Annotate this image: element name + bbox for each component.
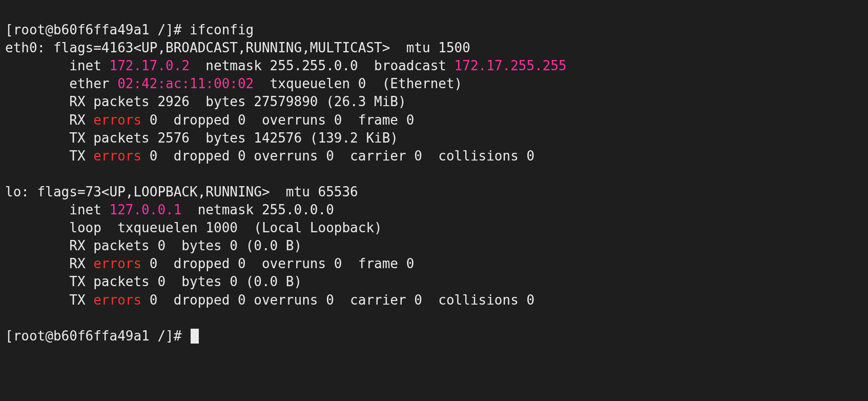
eth0-ether-rest: txqueuelen 0 (Ethernet) [254, 76, 462, 91]
prompt-line: [root@b60f6ffa49a1 /]# ifconfig [5, 22, 254, 37]
lo-tx-err-rest: 0 dropped 0 overruns 0 carrier 0 collisi… [141, 292, 534, 308]
lo-tx-err-prefix: TX [5, 292, 93, 308]
eth0-flags-line: eth0: flags=4163<UP,BROADCAST,RUNNING,MU… [5, 40, 470, 55]
eth0-tx-errors-line: TX errors 0 dropped 0 overruns 0 carrier… [5, 148, 534, 164]
lo-loop-line: loop txqueuelen 1000 (Local Loopback) [5, 220, 382, 235]
lo-tx-packets: TX packets 0 bytes 0 (0.0 B) [5, 274, 302, 289]
lo-rx-packets: RX packets 0 bytes 0 (0.0 B) [5, 238, 302, 253]
eth0-inet-line: inet 172.17.0.2 netmask 255.255.0.0 broa… [5, 58, 567, 73]
eth0-tx-packets: TX packets 2576 bytes 142576 (139.2 KiB) [5, 130, 398, 146]
lo-inet-line: inet 127.0.0.1 netmask 255.0.0.0 [5, 202, 334, 217]
lo-rx-err-word: errors [93, 256, 141, 271]
command: ifconfig [190, 22, 254, 37]
prompt-2: [root@b60f6ffa49a1 /]# [5, 328, 190, 344]
lo-flags-line: lo: flags=73<UP,LOOPBACK,RUNNING> mtu 65… [5, 184, 358, 199]
eth0-tx-err-word: errors [93, 148, 141, 164]
eth0-rx-packets: RX packets 2926 bytes 27579890 (26.3 MiB… [5, 94, 406, 109]
eth0-rx-errors-line: RX errors 0 dropped 0 overruns 0 frame 0 [5, 112, 414, 128]
eth0-tx-err-rest: 0 dropped 0 overruns 0 carrier 0 collisi… [141, 148, 534, 164]
eth0-inet-rest: netmask 255.255.0.0 broadcast [190, 58, 454, 73]
eth0-inet-addr: 172.17.0.2 [110, 58, 190, 73]
eth0-broadcast: 172.17.255.255 [454, 58, 567, 73]
prompt: [root@b60f6ffa49a1 /]# [5, 22, 190, 37]
lo-inet-addr: 127.0.0.1 [110, 202, 182, 217]
prompt-line-2[interactable]: [root@b60f6ffa49a1 /]# [5, 328, 199, 344]
eth0-rx-err-word: errors [93, 112, 141, 128]
eth0-ether-addr: 02:42:ac:11:00:02 [117, 76, 254, 91]
lo-rx-err-rest: 0 dropped 0 overruns 0 frame 0 [141, 256, 414, 271]
lo-tx-err-word: errors [93, 292, 141, 308]
lo-rx-errors-line: RX errors 0 dropped 0 overruns 0 frame 0 [5, 256, 414, 271]
lo-inet-rest: netmask 255.0.0.0 [181, 202, 334, 217]
eth0-inet-prefix: inet [5, 58, 110, 73]
eth0-rx-err-prefix: RX [5, 112, 93, 128]
lo-inet-prefix: inet [5, 202, 110, 217]
lo-tx-errors-line: TX errors 0 dropped 0 overruns 0 carrier… [5, 292, 534, 308]
cursor-icon [191, 329, 199, 344]
lo-rx-err-prefix: RX [5, 256, 93, 271]
terminal-output[interactable]: [root@b60f6ffa49a1 /]# ifconfig eth0: fl… [0, 0, 868, 350]
eth0-ether-prefix: ether [5, 76, 117, 91]
eth0-tx-err-prefix: TX [5, 148, 93, 164]
eth0-rx-err-rest: 0 dropped 0 overruns 0 frame 0 [141, 112, 414, 128]
eth0-ether-line: ether 02:42:ac:11:00:02 txqueuelen 0 (Et… [5, 76, 462, 91]
